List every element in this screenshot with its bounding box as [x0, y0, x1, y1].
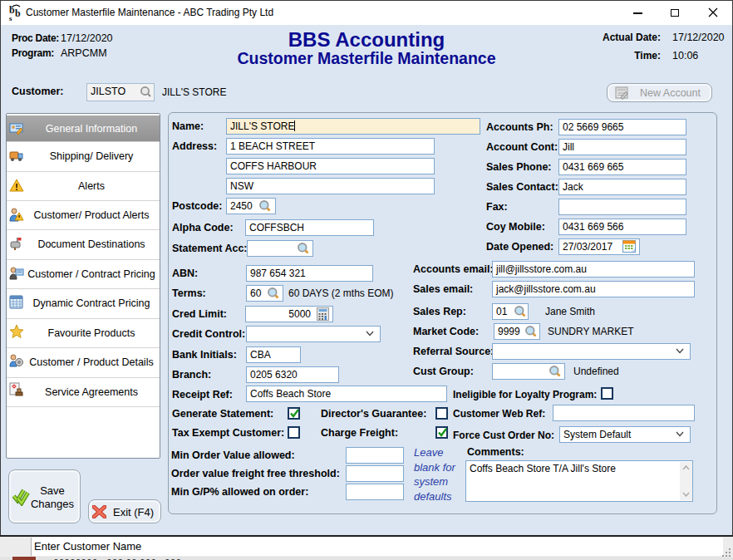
svg-text:s: s [9, 14, 12, 22]
svg-text:b: b [15, 7, 21, 19]
